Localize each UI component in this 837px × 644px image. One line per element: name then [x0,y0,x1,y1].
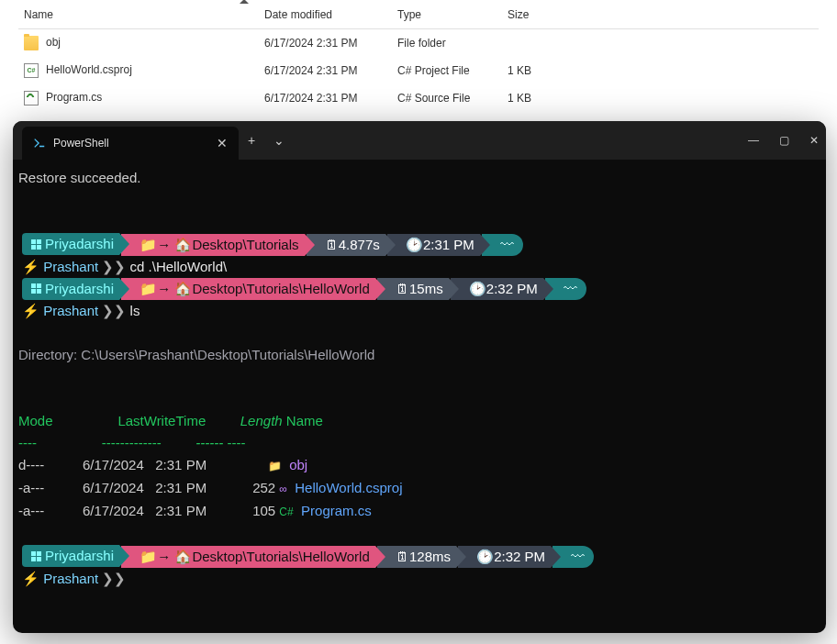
directory-line: Directory: C:\Users\Prashant\Desktop\Tut… [18,344,820,366]
command-line[interactable]: ⚡ Prashant ❯❯ [18,568,820,590]
ls-header-underline: ---- ------------- ------ ---- [18,432,820,454]
ls-row: -a--- 6/17/2024 2:31 PM 105 C# Program.c… [18,500,820,523]
ls-row: -a--- 6/17/2024 2:31 PM 252 ∞ HelloWorld… [18,477,820,500]
powershell-icon [33,137,46,150]
command-line: ⚡ Prashant ❯❯ ls [18,300,820,322]
table-row[interactable]: Program.cs 6/17/2024 2:31 PM C# Source F… [18,84,819,112]
new-tab-button[interactable]: + [239,133,264,148]
minimize-button[interactable]: — [748,134,759,147]
close-tab-icon[interactable]: ✕ [217,136,228,150]
table-row[interactable]: C#HelloWorld.csproj 6/17/2024 2:31 PM C#… [18,57,819,84]
file-explorer: Name Date modified Type Size obj 6/17/20… [0,0,837,112]
ls-row: d---- 6/17/2024 2:31 PM 📁 obj [18,454,820,477]
output-line: Restore succeeded. [18,167,820,189]
ls-header: Mode LastWriteTime Length Name [18,410,820,432]
prompt-line: Priyadarshi 📁→ 🏠Desktop\Tutorials 🗓 4.87… [18,233,820,256]
title-bar: PowerShell ✕ + ⌄ — ▢ ✕ [13,121,826,160]
column-date[interactable]: Date modified [259,8,392,21]
prompt-line: Priyadarshi 📁→ 🏠Desktop\Tutorials\HelloW… [18,278,820,301]
command-line: ⚡ Prashant ❯❯ cd .\HelloWorld\ [18,256,820,278]
terminal-window: PowerShell ✕ + ⌄ — ▢ ✕ Restore succeeded… [13,121,826,633]
terminal-body[interactable]: Restore succeeded. Priyadarshi 📁→ 🏠Deskt… [13,160,826,597]
column-size[interactable]: Size [502,8,575,21]
maximize-button[interactable]: ▢ [779,134,789,147]
folder-icon [24,36,39,50]
tab-dropdown-icon[interactable]: ⌄ [264,133,294,148]
cs-icon [24,91,39,105]
column-name[interactable]: Name [18,8,259,21]
column-type[interactable]: Type [392,8,502,21]
explorer-header: Name Date modified Type Size [18,0,819,29]
close-button[interactable]: ✕ [809,134,819,147]
prompt-line: Priyadarshi 📁→ 🏠Desktop\Tutorials\HelloW… [18,545,820,568]
csproj-icon: C# [24,63,39,78]
tab-powershell[interactable]: PowerShell ✕ [22,127,239,160]
table-row[interactable]: obj 6/17/2024 2:31 PM File folder [18,29,819,57]
